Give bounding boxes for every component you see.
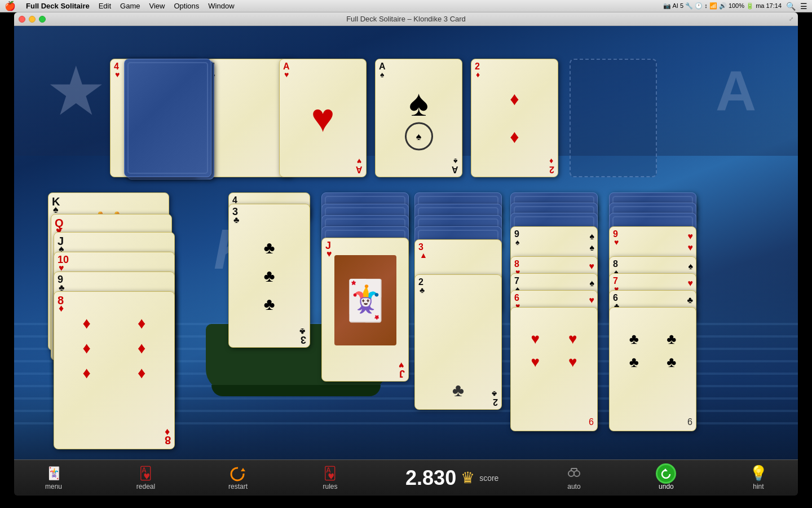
toolbar-redeal[interactable]: 🂱 redeal xyxy=(129,466,163,491)
card-suit: ♥ xyxy=(614,238,619,246)
redeal-label: redeal xyxy=(136,483,155,491)
card-rank-br: 2 xyxy=(493,397,498,407)
card-suit: ♠ xyxy=(515,238,519,246)
game-toolbar: 🃏 menu 🂱 redeal restart 🂱 xyxy=(14,459,798,496)
card-suit: ♠ xyxy=(380,71,384,78)
menu-icon: 🃏 xyxy=(43,466,64,481)
game-area: ★ K A 4 ♥ 4 ♥ ♥ ♥ ♥ ♥ xyxy=(14,26,798,459)
toolbar-auto[interactable]: auto xyxy=(557,466,591,491)
menubar: 🍎 Full Deck Solitaire Edit Game View Opt… xyxy=(0,0,812,12)
minimize-button[interactable] xyxy=(29,16,36,23)
card-suit-br: ♣ xyxy=(492,390,497,398)
undo-circle xyxy=(656,463,676,484)
view-menu[interactable]: View xyxy=(145,2,170,10)
game-menu[interactable]: Game xyxy=(116,2,144,10)
foundation-ace-hearts[interactable]: A ♥ A ♥ ♥ xyxy=(279,59,367,177)
crown-icon: ♛ xyxy=(461,468,475,487)
card-center: ♥ xyxy=(311,98,335,138)
card-rank-br: 2 xyxy=(549,164,554,174)
toolbar-restart[interactable]: restart xyxy=(221,466,255,491)
card-rank-br: A xyxy=(452,164,458,174)
apple-menu[interactable]: 🍎 xyxy=(5,1,16,11)
search-icon[interactable]: 🔍 xyxy=(786,2,796,11)
edit-menu[interactable]: Edit xyxy=(94,2,116,10)
card-rank-br: A xyxy=(356,164,363,174)
svg-marker-0 xyxy=(241,468,245,471)
stock-facedown-card[interactable] xyxy=(124,59,211,177)
a-placeholder: A xyxy=(696,34,775,147)
window-menu[interactable]: Window xyxy=(204,2,239,10)
score-display: 2.830 ♛ score xyxy=(405,466,498,490)
maximize-button[interactable] xyxy=(39,16,46,23)
foundation-2-diamonds[interactable]: 2 ♦ 2 ♦ ♦ ♦ xyxy=(471,59,558,177)
score-value: 2.830 xyxy=(405,466,456,490)
card-suit: ♦ xyxy=(59,303,64,313)
tableau-col1-eight[interactable]: 8 ♦ 8 ♦ ♦ ♦ ♦ ♦ ♦ ♦ xyxy=(54,291,175,449)
svg-point-1 xyxy=(568,471,574,476)
undo-icon xyxy=(656,466,676,481)
hint-label: hint xyxy=(753,483,764,491)
toolbar-undo[interactable]: undo xyxy=(649,466,683,491)
card-suit: ♣ xyxy=(420,286,425,294)
tableau-col4-two-clubs[interactable]: 2 ♣ 2 ♣ ♣ xyxy=(414,274,502,410)
tableau-col2-three-clubs[interactable]: 3 ♣ 3 ♣ ♣ ♣ ♣ xyxy=(228,204,310,348)
card-suit: ♠ xyxy=(53,204,59,214)
foundation-ace-spades[interactable]: A ♠ A ♠ ♠ ♠ xyxy=(375,59,462,177)
tableau-col3-jack-hearts[interactable]: J ♥ J ♥ 🃏 xyxy=(321,238,409,382)
auto-icon xyxy=(564,466,584,481)
list-icon[interactable]: ☰ xyxy=(800,2,807,11)
auto-label: auto xyxy=(567,483,580,491)
app-name-menu[interactable]: Full Deck Solitaire xyxy=(21,2,94,10)
rules-icon: 🂱 xyxy=(320,466,341,481)
toolbar-hint[interactable]: 💡 hint xyxy=(742,466,775,491)
window-titlebar: Full Deck Solitaire – Klondike 3 Card ⤢ xyxy=(14,12,798,26)
menu-label: menu xyxy=(45,483,62,491)
restart-icon xyxy=(228,466,248,481)
redeal-icon: 🂱 xyxy=(136,466,156,481)
card-suit-br: ♦ xyxy=(549,157,553,165)
window-title: Full Deck Solitaire – Klondike 3 Card xyxy=(346,15,466,23)
rules-label: rules xyxy=(323,483,338,491)
hint-icon: 💡 xyxy=(748,466,769,481)
card-suit-br: ♦ xyxy=(165,427,170,437)
card-suit-br: ♠ xyxy=(453,157,457,165)
card-suit: ♥ xyxy=(326,249,332,259)
svg-marker-6 xyxy=(663,468,668,471)
lightbulb-icon: 💡 xyxy=(749,465,767,482)
card-suit: ♥ xyxy=(115,71,120,78)
toolbar-rules[interactable]: 🂱 rules xyxy=(314,466,347,491)
card-suit-br: ♥ xyxy=(399,361,404,370)
game-window: Full Deck Solitaire – Klondike 3 Card ⤢ … xyxy=(14,12,798,496)
a-letter: A xyxy=(716,59,756,124)
window-controls xyxy=(19,16,46,23)
menubar-right: 📷 AI 5 🔧 🕐 ↕ 📶 🔊 100% 🔋 ma 17:14 🔍 ☰ xyxy=(663,2,807,11)
card-suit: ♦ xyxy=(476,71,480,78)
card-suit-br: ♥ xyxy=(357,157,361,165)
tableau-col5-hearts-bottom[interactable]: ♥ ♥ ♥ ♥ 9 xyxy=(510,307,598,431)
foundation-empty[interactable] xyxy=(570,59,657,177)
tableau-col6-clubs-bottom[interactable]: ♣ ♣ ♣ ♣ 9 xyxy=(609,307,696,431)
star-icon: ★ xyxy=(46,57,107,125)
options-menu[interactable]: Options xyxy=(169,2,204,10)
card-suit: ♣ xyxy=(233,216,240,225)
card-suit: ♥ xyxy=(284,71,289,78)
star-placeholder: ★ xyxy=(37,34,116,147)
card-suit-br: ♣ xyxy=(299,327,306,336)
score-label: score xyxy=(479,474,498,483)
resize-icon[interactable]: ⤢ xyxy=(789,16,793,22)
restart-label: restart xyxy=(228,483,248,491)
ai-status: 📷 AI 5 🔧 🕐 ↕ 📶 🔊 100% 🔋 ma 17:14 xyxy=(663,2,782,10)
undo-label: undo xyxy=(659,483,674,491)
svg-point-2 xyxy=(574,471,580,476)
toolbar-menu[interactable]: 🃏 menu xyxy=(37,466,70,491)
close-button[interactable] xyxy=(19,16,25,23)
card-suit: ▲ xyxy=(420,251,427,259)
